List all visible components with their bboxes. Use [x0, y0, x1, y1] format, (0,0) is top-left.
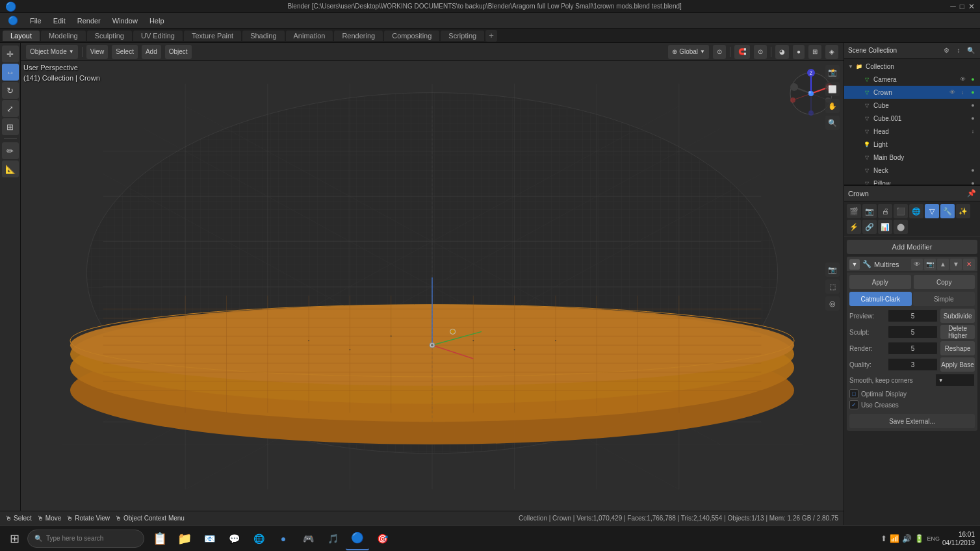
- menu-window[interactable]: Window: [107, 16, 143, 26]
- outliner-item-mainbody[interactable]: ▽ Main Body: [844, 151, 980, 164]
- render-value[interactable]: 5: [888, 342, 938, 355]
- view-menu[interactable]: View: [86, 45, 109, 59]
- taskbar-discord[interactable]: 🎵: [321, 527, 344, 550]
- smooth-corners-value[interactable]: ▼: [935, 374, 975, 387]
- subdivide-button[interactable]: Subdivide: [940, 309, 975, 323]
- object-menu[interactable]: Object: [165, 45, 192, 59]
- crown-render-icon[interactable]: ●: [968, 88, 977, 97]
- props-pin-btn[interactable]: 📌: [967, 189, 976, 198]
- minimize-button[interactable]: ─: [950, 2, 956, 11]
- local-view-btn[interactable]: ◎: [825, 296, 840, 311]
- outliner-item-head[interactable]: ▽ Head ↓: [844, 125, 980, 138]
- select-menu[interactable]: Select: [112, 45, 138, 59]
- modifier-close-btn[interactable]: ✕: [963, 259, 975, 270]
- outliner-item-neck[interactable]: ▽ Neck ●: [844, 164, 980, 177]
- props-object-icon[interactable]: ▽: [925, 204, 939, 218]
- outliner-item-cube[interactable]: ▽ Cube ●: [844, 99, 980, 112]
- grab-btn[interactable]: ✋: [825, 99, 840, 113]
- menu-edit[interactable]: Edit: [48, 16, 71, 26]
- tab-uv-editing[interactable]: UV Editing: [133, 31, 183, 41]
- outliner-item-crown[interactable]: ▽ Crown 👁 ↓ ●: [844, 86, 980, 99]
- global-selector[interactable]: ⊕ Global ▼: [668, 45, 709, 59]
- tab-sculpting[interactable]: Sculpting: [87, 31, 132, 41]
- menu-render[interactable]: Render: [72, 16, 106, 26]
- maximize-button[interactable]: □: [960, 2, 964, 11]
- props-render-icon[interactable]: 📷: [862, 204, 877, 218]
- viewport-overlay[interactable]: ⊞: [808, 45, 821, 59]
- taskbar-explorer[interactable]: 📁: [173, 527, 196, 550]
- taskbar-steam[interactable]: 🎮: [296, 527, 320, 550]
- preview-value[interactable]: 5: [888, 309, 938, 322]
- props-physics-icon[interactable]: ⚡: [847, 220, 861, 234]
- outliner-filter-btn[interactable]: ⚙: [941, 45, 951, 56]
- taskbar-ie[interactable]: 🌐: [247, 527, 270, 550]
- outliner-item-cube001[interactable]: ▽ Cube.001 ●: [844, 112, 980, 125]
- proportional-toggle[interactable]: ⊙: [754, 45, 767, 59]
- taskbar-extra[interactable]: 🎯: [370, 527, 394, 550]
- rotate-tool[interactable]: ↻: [2, 82, 19, 99]
- apply-base-button[interactable]: Apply Base: [940, 357, 975, 372]
- taskbar-search[interactable]: 🔍 Type here to search: [27, 530, 144, 548]
- xray-toggle[interactable]: ◈: [825, 45, 838, 59]
- crown-vis-icon[interactable]: 👁: [948, 88, 957, 97]
- catmull-clark-tab[interactable]: Catmull-Clark: [849, 292, 912, 306]
- cube001-render-icon[interactable]: ●: [968, 114, 977, 123]
- taskbar-chrome[interactable]: ●: [272, 527, 295, 550]
- tab-layout[interactable]: Layout: [3, 31, 40, 41]
- tab-modeling[interactable]: Modeling: [41, 31, 86, 41]
- add-modifier-button[interactable]: Add Modifier: [847, 240, 977, 254]
- tab-scripting[interactable]: Scripting: [441, 31, 484, 41]
- snap-toggle[interactable]: 🧲: [734, 45, 750, 59]
- render-region-btn[interactable]: ⬜: [825, 82, 840, 96]
- menu-file[interactable]: File: [25, 16, 47, 26]
- simple-tab[interactable]: Simple: [913, 292, 975, 306]
- neck-render-icon[interactable]: ●: [968, 166, 977, 175]
- props-scene-icon[interactable]: 🎬: [847, 204, 861, 218]
- taskbar-taskview[interactable]: 📋: [148, 527, 172, 550]
- use-creases-checkbox[interactable]: ✓: [849, 400, 858, 409]
- orthographic-btn[interactable]: ⬚: [825, 279, 840, 294]
- outliner-item-pillow[interactable]: ▽ Pillow ●: [844, 177, 980, 186]
- head-vis-icon[interactable]: ↓: [968, 127, 977, 136]
- move-tool[interactable]: ↔: [2, 64, 19, 81]
- tab-rendering[interactable]: Rendering: [334, 31, 383, 41]
- taskbar-clock[interactable]: 16:01 04/11/2019: [942, 530, 975, 547]
- props-constraints-icon[interactable]: 🔗: [862, 220, 877, 234]
- props-material-icon[interactable]: ⬤: [894, 220, 908, 234]
- sculpt-value[interactable]: 5: [888, 326, 938, 339]
- tab-animation[interactable]: Animation: [286, 31, 333, 41]
- outliner-item-collection[interactable]: ▼ 📁 Collection: [844, 60, 980, 73]
- props-data-icon[interactable]: 📊: [878, 220, 892, 234]
- tray-keyboard-icon[interactable]: ENG: [927, 535, 940, 542]
- delete-higher-button[interactable]: Delete Higher: [940, 325, 975, 339]
- tray-battery-icon[interactable]: 🔋: [914, 534, 924, 543]
- reshape-button[interactable]: Reshape: [940, 341, 975, 355]
- viewport-3d[interactable]: User Perspective (141) Collection | Crow…: [21, 61, 844, 512]
- save-external-button[interactable]: Save External...: [849, 414, 975, 428]
- taskbar-teams[interactable]: 💬: [222, 527, 246, 550]
- tray-sound-icon[interactable]: 🔊: [902, 534, 912, 543]
- camera-view-btn[interactable]: 📷: [825, 263, 840, 277]
- modifier-realtime-toggle[interactable]: 👁: [911, 259, 923, 270]
- copy-button[interactable]: Copy: [914, 275, 975, 289]
- props-world-icon[interactable]: 🌐: [909, 204, 923, 218]
- scale-tool[interactable]: ⤢: [2, 100, 19, 117]
- modifier-expand-icon[interactable]: ▼: [849, 259, 860, 270]
- modifier-render-toggle[interactable]: 📷: [924, 259, 936, 270]
- tab-compositing[interactable]: Compositing: [384, 31, 439, 41]
- measure-tool[interactable]: 📐: [2, 160, 19, 177]
- taskbar-outlook[interactable]: 📧: [198, 527, 221, 550]
- viewport-shading-rendered[interactable]: ●: [793, 45, 805, 59]
- tab-texture-paint[interactable]: Texture Paint: [184, 31, 241, 41]
- cube-render-icon[interactable]: ●: [968, 101, 977, 110]
- tray-up-arrow[interactable]: ⬆: [881, 534, 887, 543]
- props-view-layer-icon[interactable]: ⬛: [894, 204, 908, 218]
- props-output-icon[interactable]: 🖨: [878, 204, 892, 218]
- tray-network-icon[interactable]: 📶: [890, 534, 899, 543]
- props-particles-icon[interactable]: ✨: [956, 204, 970, 218]
- transform-tool[interactable]: ⊞: [2, 118, 19, 135]
- cursor-tool[interactable]: ✛: [2, 45, 19, 62]
- quality-value[interactable]: 3: [888, 358, 938, 371]
- modifier-movedown-btn[interactable]: ▼: [950, 259, 962, 270]
- modifier-moveup-btn[interactable]: ▲: [937, 259, 949, 270]
